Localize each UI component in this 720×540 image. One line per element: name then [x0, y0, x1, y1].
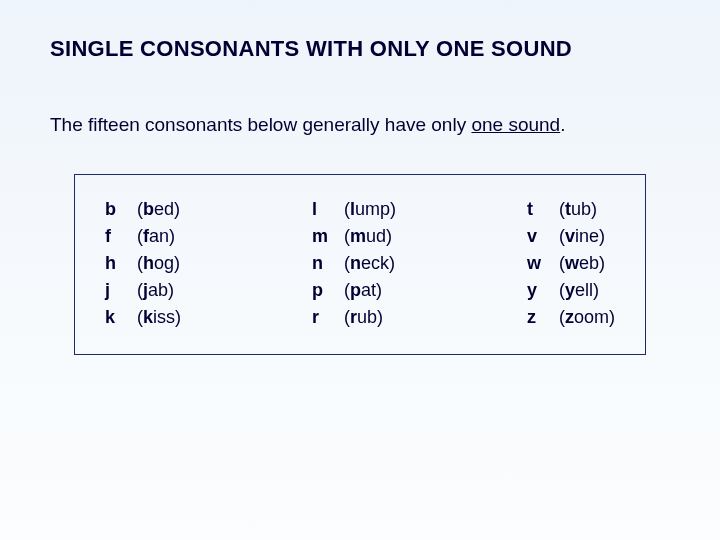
list-item: (web) — [559, 253, 615, 274]
list-item: h — [105, 253, 131, 274]
list-item: v — [527, 226, 553, 247]
list-item: r — [312, 307, 338, 328]
list-item: (pat) — [344, 280, 396, 301]
list-item: (hog) — [137, 253, 181, 274]
list-item: f — [105, 226, 131, 247]
list-item: z — [527, 307, 553, 328]
intro-underline: one sound — [471, 114, 560, 135]
slide: SINGLE CONSONANTS WITH ONLY ONE SOUND Th… — [0, 0, 720, 540]
consonant-box: b (bed) f (fan) h (hog) j (jab) k (kiss)… — [74, 174, 646, 355]
list-item: (yell) — [559, 280, 615, 301]
list-item: (kiss) — [137, 307, 181, 328]
page-title: SINGLE CONSONANTS WITH ONLY ONE SOUND — [50, 36, 670, 62]
list-item: m — [312, 226, 338, 247]
list-item: (rub) — [344, 307, 396, 328]
list-item: (lump) — [344, 199, 396, 220]
list-item: j — [105, 280, 131, 301]
list-item: (bed) — [137, 199, 181, 220]
column-2: l (lump) m (mud) n (neck) p (pat) r (rub… — [312, 199, 396, 328]
list-item: y — [527, 280, 553, 301]
list-item: b — [105, 199, 131, 220]
column-1: b (bed) f (fan) h (hog) j (jab) k (kiss) — [105, 199, 181, 328]
list-item: w — [527, 253, 553, 274]
intro-suffix: . — [560, 114, 565, 135]
list-item: k — [105, 307, 131, 328]
column-3: t (tub) v (vine) w (web) y (yell) z (zoo… — [527, 199, 615, 328]
list-item: (fan) — [137, 226, 181, 247]
list-item: (tub) — [559, 199, 615, 220]
list-item: l — [312, 199, 338, 220]
list-item: (vine) — [559, 226, 615, 247]
list-item: p — [312, 280, 338, 301]
list-item: t — [527, 199, 553, 220]
list-item: n — [312, 253, 338, 274]
list-item: (jab) — [137, 280, 181, 301]
list-item: (zoom) — [559, 307, 615, 328]
intro-prefix: The fifteen consonants below generally h… — [50, 114, 471, 135]
list-item: (neck) — [344, 253, 396, 274]
list-item: (mud) — [344, 226, 396, 247]
intro-text: The fifteen consonants below generally h… — [50, 114, 670, 136]
